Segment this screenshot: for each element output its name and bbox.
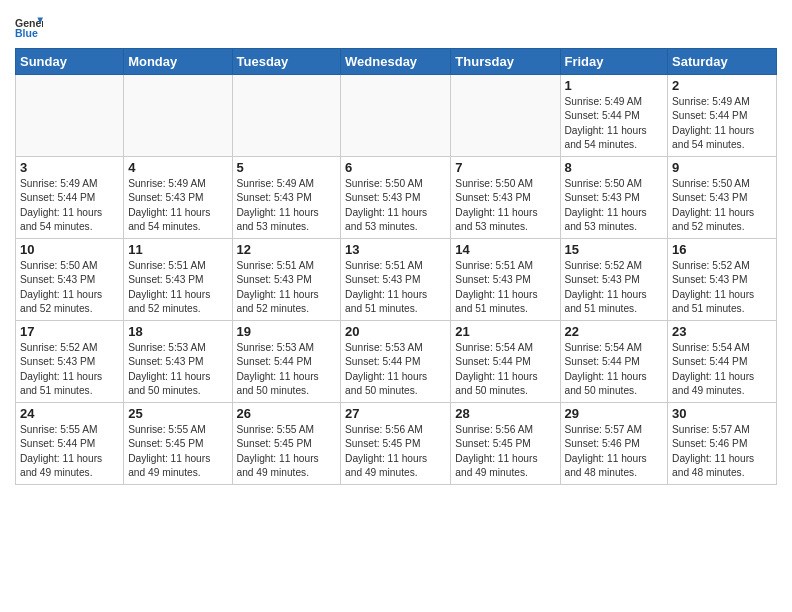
- day-number: 22: [565, 324, 664, 339]
- day-info: Sunrise: 5:53 AM Sunset: 5:43 PM Dayligh…: [128, 341, 227, 398]
- day-number: 19: [237, 324, 337, 339]
- day-cell: 24Sunrise: 5:55 AM Sunset: 5:44 PM Dayli…: [16, 403, 124, 485]
- day-cell: 25Sunrise: 5:55 AM Sunset: 5:45 PM Dayli…: [124, 403, 232, 485]
- day-info: Sunrise: 5:53 AM Sunset: 5:44 PM Dayligh…: [345, 341, 446, 398]
- day-info: Sunrise: 5:51 AM Sunset: 5:43 PM Dayligh…: [237, 259, 337, 316]
- day-number: 11: [128, 242, 227, 257]
- day-cell: 23Sunrise: 5:54 AM Sunset: 5:44 PM Dayli…: [668, 321, 777, 403]
- day-number: 23: [672, 324, 772, 339]
- day-info: Sunrise: 5:55 AM Sunset: 5:45 PM Dayligh…: [237, 423, 337, 480]
- day-info: Sunrise: 5:54 AM Sunset: 5:44 PM Dayligh…: [672, 341, 772, 398]
- day-cell: 26Sunrise: 5:55 AM Sunset: 5:45 PM Dayli…: [232, 403, 341, 485]
- day-info: Sunrise: 5:52 AM Sunset: 5:43 PM Dayligh…: [20, 341, 119, 398]
- day-cell: 4Sunrise: 5:49 AM Sunset: 5:43 PM Daylig…: [124, 157, 232, 239]
- day-cell: 19Sunrise: 5:53 AM Sunset: 5:44 PM Dayli…: [232, 321, 341, 403]
- day-number: 10: [20, 242, 119, 257]
- svg-text:Blue: Blue: [15, 27, 38, 39]
- day-number: 1: [565, 78, 664, 93]
- calendar-table: SundayMondayTuesdayWednesdayThursdayFrid…: [15, 48, 777, 485]
- day-cell: [16, 75, 124, 157]
- day-info: Sunrise: 5:49 AM Sunset: 5:44 PM Dayligh…: [672, 95, 772, 152]
- logo: General Blue: [15, 14, 45, 42]
- weekday-header-thursday: Thursday: [451, 49, 560, 75]
- day-info: Sunrise: 5:56 AM Sunset: 5:45 PM Dayligh…: [345, 423, 446, 480]
- logo-icon: General Blue: [15, 14, 43, 42]
- day-info: Sunrise: 5:49 AM Sunset: 5:43 PM Dayligh…: [237, 177, 337, 234]
- day-number: 29: [565, 406, 664, 421]
- day-cell: 6Sunrise: 5:50 AM Sunset: 5:43 PM Daylig…: [341, 157, 451, 239]
- day-number: 28: [455, 406, 555, 421]
- day-info: Sunrise: 5:51 AM Sunset: 5:43 PM Dayligh…: [345, 259, 446, 316]
- week-row-3: 10Sunrise: 5:50 AM Sunset: 5:43 PM Dayli…: [16, 239, 777, 321]
- day-cell: 20Sunrise: 5:53 AM Sunset: 5:44 PM Dayli…: [341, 321, 451, 403]
- weekday-header-tuesday: Tuesday: [232, 49, 341, 75]
- day-number: 13: [345, 242, 446, 257]
- day-number: 24: [20, 406, 119, 421]
- day-cell: 9Sunrise: 5:50 AM Sunset: 5:43 PM Daylig…: [668, 157, 777, 239]
- day-number: 30: [672, 406, 772, 421]
- day-number: 20: [345, 324, 446, 339]
- weekday-header-row: SundayMondayTuesdayWednesdayThursdayFrid…: [16, 49, 777, 75]
- day-cell: [232, 75, 341, 157]
- day-number: 14: [455, 242, 555, 257]
- day-info: Sunrise: 5:51 AM Sunset: 5:43 PM Dayligh…: [455, 259, 555, 316]
- day-number: 2: [672, 78, 772, 93]
- day-number: 6: [345, 160, 446, 175]
- day-info: Sunrise: 5:50 AM Sunset: 5:43 PM Dayligh…: [345, 177, 446, 234]
- day-number: 18: [128, 324, 227, 339]
- day-number: 16: [672, 242, 772, 257]
- page: General Blue SundayMondayTuesdayWednesda…: [0, 0, 792, 495]
- day-cell: 1Sunrise: 5:49 AM Sunset: 5:44 PM Daylig…: [560, 75, 668, 157]
- day-number: 8: [565, 160, 664, 175]
- day-info: Sunrise: 5:57 AM Sunset: 5:46 PM Dayligh…: [565, 423, 664, 480]
- day-info: Sunrise: 5:53 AM Sunset: 5:44 PM Dayligh…: [237, 341, 337, 398]
- day-info: Sunrise: 5:49 AM Sunset: 5:43 PM Dayligh…: [128, 177, 227, 234]
- day-cell: [451, 75, 560, 157]
- week-row-2: 3Sunrise: 5:49 AM Sunset: 5:44 PM Daylig…: [16, 157, 777, 239]
- weekday-header-friday: Friday: [560, 49, 668, 75]
- day-info: Sunrise: 5:57 AM Sunset: 5:46 PM Dayligh…: [672, 423, 772, 480]
- week-row-1: 1Sunrise: 5:49 AM Sunset: 5:44 PM Daylig…: [16, 75, 777, 157]
- weekday-header-monday: Monday: [124, 49, 232, 75]
- day-info: Sunrise: 5:50 AM Sunset: 5:43 PM Dayligh…: [455, 177, 555, 234]
- day-cell: 21Sunrise: 5:54 AM Sunset: 5:44 PM Dayli…: [451, 321, 560, 403]
- day-info: Sunrise: 5:55 AM Sunset: 5:45 PM Dayligh…: [128, 423, 227, 480]
- day-cell: 14Sunrise: 5:51 AM Sunset: 5:43 PM Dayli…: [451, 239, 560, 321]
- day-info: Sunrise: 5:52 AM Sunset: 5:43 PM Dayligh…: [565, 259, 664, 316]
- day-cell: [341, 75, 451, 157]
- day-number: 5: [237, 160, 337, 175]
- day-cell: 10Sunrise: 5:50 AM Sunset: 5:43 PM Dayli…: [16, 239, 124, 321]
- day-number: 15: [565, 242, 664, 257]
- day-number: 3: [20, 160, 119, 175]
- day-info: Sunrise: 5:50 AM Sunset: 5:43 PM Dayligh…: [20, 259, 119, 316]
- day-cell: 29Sunrise: 5:57 AM Sunset: 5:46 PM Dayli…: [560, 403, 668, 485]
- day-info: Sunrise: 5:54 AM Sunset: 5:44 PM Dayligh…: [565, 341, 664, 398]
- day-cell: 30Sunrise: 5:57 AM Sunset: 5:46 PM Dayli…: [668, 403, 777, 485]
- day-number: 7: [455, 160, 555, 175]
- day-cell: 8Sunrise: 5:50 AM Sunset: 5:43 PM Daylig…: [560, 157, 668, 239]
- weekday-header-wednesday: Wednesday: [341, 49, 451, 75]
- day-number: 9: [672, 160, 772, 175]
- day-number: 17: [20, 324, 119, 339]
- week-row-4: 17Sunrise: 5:52 AM Sunset: 5:43 PM Dayli…: [16, 321, 777, 403]
- day-info: Sunrise: 5:51 AM Sunset: 5:43 PM Dayligh…: [128, 259, 227, 316]
- day-info: Sunrise: 5:50 AM Sunset: 5:43 PM Dayligh…: [565, 177, 664, 234]
- day-info: Sunrise: 5:52 AM Sunset: 5:43 PM Dayligh…: [672, 259, 772, 316]
- day-cell: 22Sunrise: 5:54 AM Sunset: 5:44 PM Dayli…: [560, 321, 668, 403]
- day-number: 27: [345, 406, 446, 421]
- day-cell: 13Sunrise: 5:51 AM Sunset: 5:43 PM Dayli…: [341, 239, 451, 321]
- day-number: 4: [128, 160, 227, 175]
- day-cell: 11Sunrise: 5:51 AM Sunset: 5:43 PM Dayli…: [124, 239, 232, 321]
- day-cell: 15Sunrise: 5:52 AM Sunset: 5:43 PM Dayli…: [560, 239, 668, 321]
- day-number: 12: [237, 242, 337, 257]
- day-info: Sunrise: 5:49 AM Sunset: 5:44 PM Dayligh…: [565, 95, 664, 152]
- day-cell: 7Sunrise: 5:50 AM Sunset: 5:43 PM Daylig…: [451, 157, 560, 239]
- day-cell: 16Sunrise: 5:52 AM Sunset: 5:43 PM Dayli…: [668, 239, 777, 321]
- day-cell: 18Sunrise: 5:53 AM Sunset: 5:43 PM Dayli…: [124, 321, 232, 403]
- header: General Blue: [15, 10, 777, 42]
- day-info: Sunrise: 5:56 AM Sunset: 5:45 PM Dayligh…: [455, 423, 555, 480]
- day-cell: 2Sunrise: 5:49 AM Sunset: 5:44 PM Daylig…: [668, 75, 777, 157]
- day-info: Sunrise: 5:49 AM Sunset: 5:44 PM Dayligh…: [20, 177, 119, 234]
- day-cell: 27Sunrise: 5:56 AM Sunset: 5:45 PM Dayli…: [341, 403, 451, 485]
- day-info: Sunrise: 5:55 AM Sunset: 5:44 PM Dayligh…: [20, 423, 119, 480]
